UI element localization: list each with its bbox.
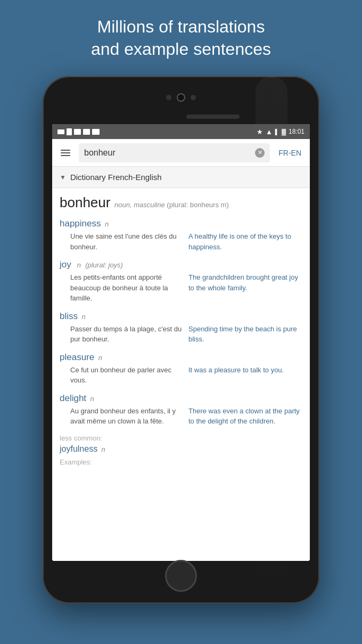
hero-line1: Millions of translations	[97, 17, 265, 36]
example-fr: Au grand bonheur des enfants, il y avait…	[70, 406, 184, 427]
entry-word-row: bliss n	[60, 311, 302, 322]
status-icons-left	[57, 128, 100, 135]
entry-delight: delight n Au grand bonheur des enfants, …	[60, 393, 302, 427]
notification-icon3	[74, 129, 81, 135]
less-common-word-row: joyfulness n	[60, 444, 302, 454]
dictionary-content: bonheur noun, masculine (plural: bonheur…	[52, 188, 310, 561]
translation-pos: n	[81, 313, 85, 321]
main-word: bonheur	[60, 194, 110, 211]
notification-icon2	[67, 128, 72, 135]
word-pos: noun, masculine	[112, 201, 164, 209]
example-fr: Les petits-enfants ont apporté beaucoup …	[70, 272, 184, 304]
camera-lens	[177, 93, 185, 102]
entry-happiness: happiness n Une vie saine est l'une des …	[60, 218, 302, 252]
example-fr: Ce fut un bonheur de parler avec vous.	[70, 365, 184, 386]
examples-label: Examples:	[60, 458, 302, 466]
example-en: A healthy life is one of the keys to hap…	[188, 231, 302, 252]
less-common-label: less common:	[60, 434, 302, 442]
example-fr: Passer du temps à la plage, c'est du pur…	[70, 324, 184, 345]
example-row: Passer du temps à la plage, c'est du pur…	[60, 324, 302, 345]
less-common-section: less common: joyfulness n	[60, 434, 302, 454]
clock: 18:01	[289, 128, 305, 135]
notification-icon1	[57, 129, 64, 134]
hero-line2: and example sentences	[91, 39, 271, 59]
phone-camera	[166, 93, 196, 102]
translation-word[interactable]: delight	[60, 393, 86, 403]
sensor-dot	[166, 95, 171, 100]
entry-bliss: bliss n Passer du temps à la plage, c'es…	[60, 311, 302, 345]
translation-word[interactable]: happiness	[60, 218, 101, 229]
speaker-bar	[186, 115, 240, 119]
battery-icon: ▓	[282, 128, 286, 135]
example-row: Ce fut un bonheur de parler avec vous. I…	[60, 365, 302, 386]
example-row: Au grand bonheur des enfants, il y avait…	[60, 406, 302, 427]
home-button[interactable]	[165, 560, 197, 592]
status-bar: ★ ▲ ▌ ▓ 18:01	[52, 124, 310, 139]
word-plural: (plural: bonheurs m)	[165, 201, 229, 209]
example-en: Spending time by the beach is pure bliss…	[188, 324, 302, 345]
collapse-arrow[interactable]: ▼	[60, 174, 66, 181]
hamburger-line3	[61, 155, 70, 156]
language-toggle[interactable]: FR-EN	[275, 146, 305, 159]
search-input-box[interactable]: bonheur ✕	[79, 143, 270, 162]
word-header: bonheur noun, masculine (plural: bonheur…	[60, 194, 302, 212]
translation-word[interactable]: bliss	[60, 311, 78, 321]
signal-icon: ▌	[275, 129, 279, 135]
translation-pos: n	[98, 354, 102, 362]
wifi-icon: ▲	[266, 128, 273, 136]
dictionary-header: ▼ Dictionary French-English	[52, 167, 310, 188]
example-en: It was a pleasure to talk to you.	[188, 365, 302, 386]
example-en: There was even a clown at the party to t…	[188, 406, 302, 427]
hamburger-line1	[61, 150, 70, 151]
example-fr: Une vie saine est l'une des clés du bonh…	[70, 231, 184, 252]
example-en: The grandchildren brought great joy to t…	[188, 272, 302, 304]
bluetooth-icon: ★	[257, 128, 263, 136]
hamburger-menu[interactable]	[57, 146, 73, 159]
hamburger-line2	[61, 152, 70, 153]
translation-pos: n	[75, 261, 83, 269]
translation-pos: n	[90, 395, 94, 403]
entry-pleasure: pleasure n Ce fut un bonheur de parler a…	[60, 352, 302, 386]
less-common-pos: n	[102, 445, 105, 453]
search-bar: bonheur ✕ FR-EN	[52, 139, 310, 167]
translation-pos: n	[105, 220, 109, 228]
clear-button[interactable]: ✕	[255, 148, 265, 158]
translation-word[interactable]: joy	[60, 259, 71, 270]
status-right: ★ ▲ ▌ ▓ 18:01	[257, 128, 305, 136]
translation-word[interactable]: pleasure	[60, 352, 94, 362]
phone-shell: ★ ▲ ▌ ▓ 18:01 bonheur ✕	[43, 76, 319, 604]
dictionary-title: Dictionary French-English	[70, 173, 162, 182]
entry-word-row: delight n	[60, 393, 302, 404]
entry-joy: joy n (plural: joys) Les petits-enfants …	[60, 259, 302, 304]
phone-container: ★ ▲ ▌ ▓ 18:01 bonheur ✕	[43, 76, 319, 604]
entry-word-row: joy n (plural: joys)	[60, 259, 302, 270]
notification-icon5	[92, 129, 100, 135]
entry-word-row: happiness n	[60, 218, 302, 229]
less-common-word[interactable]: joyfulness	[60, 444, 97, 453]
translation-plural: (plural: joys)	[85, 261, 123, 269]
phone-screen: ★ ▲ ▌ ▓ 18:01 bonheur ✕	[52, 124, 310, 561]
hero-section: Millions of translations and example sen…	[59, 0, 303, 71]
example-row: Une vie saine est l'une des clés du bonh…	[60, 231, 302, 252]
example-row: Les petits-enfants ont apporté beaucoup …	[60, 272, 302, 304]
search-query: bonheur	[84, 148, 116, 158]
notification-icon4	[83, 129, 90, 135]
sensor-dot2	[191, 95, 196, 100]
entry-word-row: pleasure n	[60, 352, 302, 363]
